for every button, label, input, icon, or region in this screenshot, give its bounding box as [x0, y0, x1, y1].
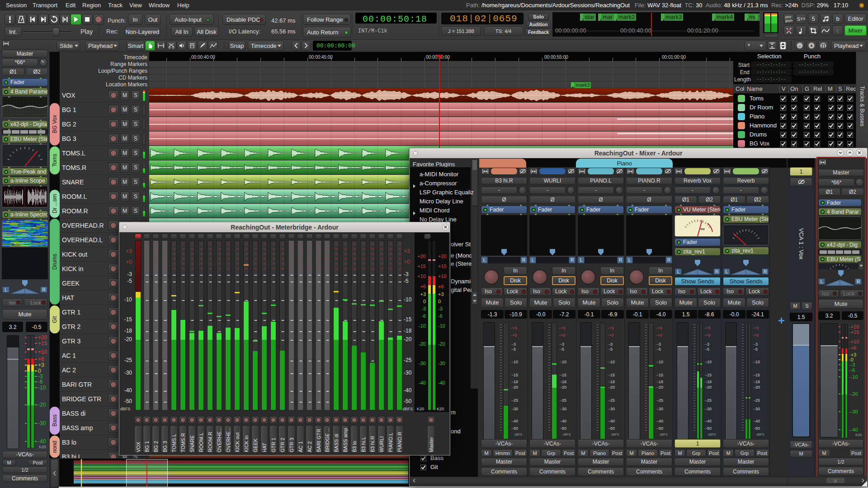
- svg-text:vu: vu: [700, 227, 704, 231]
- svg-text:-: -: [799, 42, 801, 48]
- svg-text:+: +: [810, 42, 812, 48]
- svg-text:[]: []: [821, 42, 825, 48]
